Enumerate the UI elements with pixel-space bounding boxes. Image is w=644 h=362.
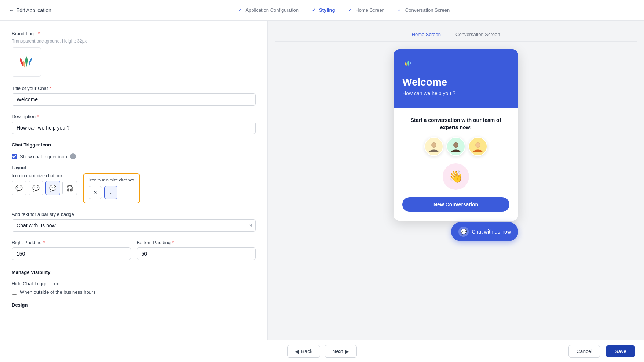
badge-input-wrap: 9 — [12, 219, 256, 232]
tab-conversation-screen[interactable]: Conversation Screen — [448, 28, 507, 41]
brand-logo-required: * — [38, 31, 40, 36]
chat-window: Welcome How can we help you ? Start a co… — [394, 49, 518, 221]
top-nav: ← Edit Application ✓ Application Configu… — [0, 0, 644, 21]
divider3 — [32, 305, 256, 305]
next-button[interactable]: Next ▶ — [325, 345, 357, 358]
padding-row: Right Padding * Bottom Padding * — [12, 240, 256, 268]
chat-preview-container: Welcome How can we help you ? Start a co… — [394, 49, 518, 221]
badge-group: Add text for a bar style badge 9 — [12, 211, 256, 232]
show-trigger-checkbox[interactable] — [12, 154, 17, 159]
avatars-row — [402, 137, 509, 156]
save-button[interactable]: Save — [606, 345, 635, 357]
back-arrow-icon: ← — [9, 7, 14, 13]
wave-circle: 👋 — [443, 163, 469, 190]
right-panel: Home Screen Conversation Screen — [268, 21, 644, 362]
brand-logo-image — [16, 55, 37, 69]
minimize-icon-x[interactable]: ✕ — [89, 186, 102, 199]
right-padding-label: Right Padding * — [12, 240, 131, 245]
svg-point-1 — [432, 143, 436, 147]
description-group: Description * — [12, 114, 256, 134]
maximize-icon-chat3[interactable]: 💬 — [45, 181, 60, 195]
divider — [55, 145, 256, 145]
svg-point-3 — [454, 143, 458, 147]
chat-trigger-section-header: Chat Trigger Icon — [12, 142, 256, 148]
avatar-3 — [468, 137, 487, 156]
nav-step-app-config[interactable]: ✓ Application Configuration — [237, 7, 299, 14]
badge-input[interactable] — [12, 219, 256, 232]
chat-logo-icon — [402, 59, 509, 70]
chat-preview-title: Welcome — [402, 76, 509, 88]
description-label: Description * — [12, 114, 256, 119]
back-arrow: ◀ — [295, 348, 299, 354]
nav-step-conversation-screen[interactable]: ✓ Conversation Screen — [396, 7, 450, 14]
business-hours-checkbox[interactable] — [12, 290, 17, 295]
chat-body: Start a conversation with our team of ex… — [394, 108, 518, 221]
badge-label: Add text for a bar style badge — [12, 211, 256, 217]
badge-char-count: 9 — [249, 223, 252, 228]
minimize-group: Icon to minimize chat box ✕ ⌄ — [83, 173, 140, 203]
layout-group: Layout Icon to maximize chat box 💬 💬 💬 🎧… — [12, 165, 256, 203]
back-link[interactable]: ← Edit Application — [9, 7, 51, 13]
bottom-bar: ◀ Back Next ▶ Cancel Save — [0, 340, 644, 362]
title-group: Title of your Chat * — [12, 86, 256, 106]
avatar-2 — [446, 137, 465, 156]
divider2 — [55, 272, 256, 272]
description-input[interactable] — [12, 122, 256, 134]
info-icon[interactable]: i — [70, 153, 76, 159]
preview-tabs: Home Screen Conversation Screen — [275, 28, 637, 42]
right-padding-input[interactable] — [12, 247, 131, 260]
title-input[interactable] — [12, 93, 256, 106]
chat-cta-text: Start a conversation with our team of ex… — [402, 117, 509, 131]
chat-trigger-button[interactable]: 💬 Chat with us now — [451, 222, 518, 241]
step-label-app-config: Application Configuration — [245, 7, 299, 13]
step-check-home-screen: ✓ — [347, 7, 353, 14]
back-button[interactable]: ◀ Back — [287, 345, 320, 358]
maximize-icons: 💬 💬 💬 🎧 — [12, 181, 77, 195]
show-trigger-row: Show chat trigger icon i — [12, 153, 256, 159]
back-link-label: Edit Application — [16, 7, 51, 13]
show-trigger-label: Show chat trigger icon — [20, 154, 67, 159]
chat-trigger-icon: 💬 — [458, 227, 469, 237]
bottom-padding-input[interactable] — [137, 247, 256, 260]
maximize-icon-headset[interactable]: 🎧 — [62, 181, 77, 195]
maximize-icon-chat2[interactable]: 💬 — [29, 181, 43, 195]
brand-logo-box[interactable] — [12, 47, 41, 77]
maximize-label: Icon to maximize chat box — [12, 173, 77, 178]
nav-step-home-screen[interactable]: ✓ Home Screen — [347, 7, 384, 14]
title-label: Title of your Chat * — [12, 86, 256, 91]
manage-visibility-label: Manage Visibility — [12, 269, 50, 275]
step-check-conversation-screen: ✓ — [396, 7, 403, 14]
business-hours-label: When outside of the business hours — [20, 289, 96, 295]
bottom-padding-label: Bottom Padding * — [137, 240, 256, 245]
step-check-app-config: ✓ — [237, 7, 243, 14]
nav-steps: ✓ Application Configuration ✓ Styling ✓ … — [51, 7, 635, 14]
step-label-styling: Styling — [319, 7, 335, 13]
minimize-icons: ✕ ⌄ — [89, 186, 134, 199]
new-conversation-button[interactable]: New Conversation — [402, 197, 509, 212]
hide-icon-label: Hide Chat Trigger Icon — [12, 281, 256, 286]
chat-preview-subtitle: How can we help you ? — [402, 90, 509, 96]
business-hours-row: When outside of the business hours — [12, 289, 256, 295]
manage-visibility-header: Manage Visibility — [12, 269, 256, 275]
step-label-conversation-screen: Conversation Screen — [405, 7, 450, 13]
chat-trigger-label: Chat Trigger Icon — [12, 142, 51, 148]
cancel-button[interactable]: Cancel — [568, 345, 600, 358]
nav-step-styling[interactable]: ✓ Styling — [310, 7, 335, 14]
brand-logo-hint: Transparent background, Height: 32px — [12, 39, 256, 44]
design-header: Design — [12, 302, 256, 308]
bottom-padding-group: Bottom Padding * — [137, 240, 256, 260]
minimize-label: Icon to minimize chat box — [89, 178, 134, 182]
minimize-icon-chevron[interactable]: ⌄ — [104, 186, 117, 199]
tab-home-screen[interactable]: Home Screen — [405, 28, 448, 41]
avatar-1 — [424, 137, 443, 156]
main-layout: Brand Logo * Transparent background, Hei… — [0, 21, 644, 362]
maximize-icon-chat1[interactable]: 💬 — [12, 181, 26, 195]
maximize-group: Icon to maximize chat box 💬 💬 💬 🎧 — [12, 173, 77, 197]
svg-point-5 — [476, 143, 480, 147]
brand-logo-label: Brand Logo * — [12, 31, 256, 36]
chat-trigger-label: Chat with us now — [472, 229, 511, 235]
layout-row: Icon to maximize chat box 💬 💬 💬 🎧 Icon t… — [12, 173, 256, 203]
step-label-home-screen: Home Screen — [355, 7, 384, 13]
next-arrow: ▶ — [345, 348, 349, 354]
brand-logo-group: Brand Logo * Transparent background, Hei… — [12, 31, 256, 77]
